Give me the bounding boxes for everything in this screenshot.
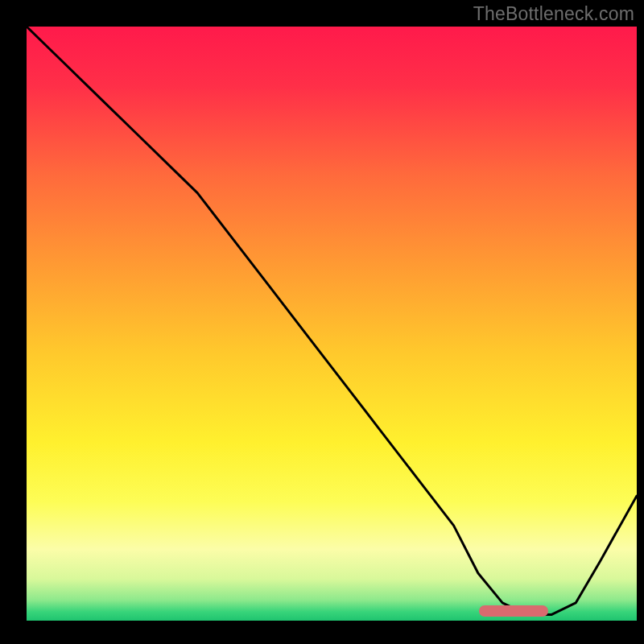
attribution-label: TheBottleneck.com [473, 3, 634, 25]
plot-area [27, 27, 637, 621]
optimal-range-marker [479, 605, 548, 617]
chart-frame: TheBottleneck.com [0, 0, 644, 644]
plot-svg [27, 27, 637, 621]
